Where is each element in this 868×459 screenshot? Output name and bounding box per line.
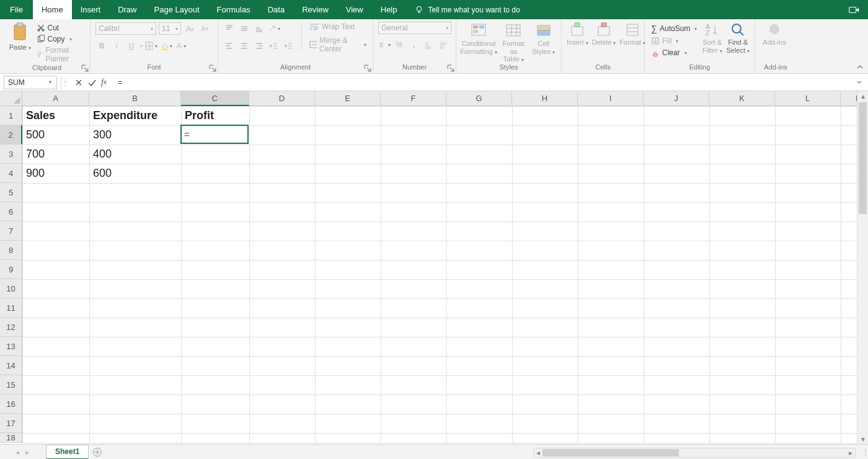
accounting-format-button[interactable]: $: [378, 38, 391, 51]
clipboard-dialog-launcher-icon[interactable]: [81, 65, 89, 72]
col-header-K[interactable]: K: [709, 91, 775, 106]
col-header-H[interactable]: H: [512, 91, 578, 106]
enter-formula-button[interactable]: [87, 79, 96, 86]
decrease-indent-button[interactable]: [268, 40, 280, 52]
orientation-button[interactable]: [268, 22, 280, 35]
select-all-button[interactable]: [0, 91, 22, 106]
align-center-button[interactable]: [238, 40, 250, 52]
cell-C1[interactable]: Profit: [181, 106, 249, 125]
tab-home[interactable]: Home: [33, 0, 72, 19]
find-select-button[interactable]: Find & Select: [726, 22, 750, 54]
clear-button[interactable]: Clear: [650, 48, 698, 58]
sort-filter-button[interactable]: AZ Sort & Filter: [702, 22, 722, 54]
row-header-13[interactable]: 13: [0, 337, 22, 356]
scroll-left-button[interactable]: ◂: [534, 448, 542, 457]
expand-formula-bar-button[interactable]: [856, 79, 868, 86]
tab-data[interactable]: Data: [259, 0, 293, 19]
cell-B3[interactable]: 400: [89, 145, 181, 164]
row-header-16[interactable]: 16: [0, 394, 22, 414]
cell-B4[interactable]: 600: [89, 164, 181, 183]
decrease-font-button[interactable]: A▾: [198, 22, 211, 35]
scroll-right-button[interactable]: ▸: [846, 448, 855, 457]
row-header-2[interactable]: 2: [0, 125, 22, 145]
align-middle-button[interactable]: [238, 22, 250, 35]
number-format-combo[interactable]: General▾: [378, 22, 451, 34]
formula-input[interactable]: [114, 76, 856, 89]
hscroll-thumb[interactable]: [542, 449, 679, 457]
cancel-formula-button[interactable]: [75, 79, 82, 86]
increase-decimal-button[interactable]: .0.00: [423, 38, 435, 51]
cut-button[interactable]: Cut: [35, 23, 85, 33]
copy-button[interactable]: Copy: [35, 34, 85, 44]
row-header-7[interactable]: 7: [0, 221, 22, 241]
vscroll-thumb[interactable]: [859, 102, 867, 214]
fill-color-button[interactable]: [160, 40, 172, 52]
tab-review[interactable]: Review: [293, 0, 337, 19]
insert-cells-button[interactable]: Insert: [567, 22, 588, 47]
addins-button[interactable]: Add-ins: [760, 22, 789, 47]
col-header-B[interactable]: B: [89, 91, 181, 106]
sheet-tab-active[interactable]: Sheet1: [46, 445, 89, 460]
cell-styles-button[interactable]: Cell Styles: [531, 22, 556, 55]
col-header-E[interactable]: E: [315, 91, 381, 106]
tab-insert[interactable]: Insert: [72, 0, 110, 19]
number-dialog-launcher-icon[interactable]: [447, 65, 454, 72]
row-header-15[interactable]: 15: [0, 375, 22, 394]
borders-button[interactable]: [145, 40, 157, 52]
col-header-C[interactable]: C: [181, 91, 249, 106]
row-header-14[interactable]: 14: [0, 356, 22, 375]
cell-A2[interactable]: 500: [22, 125, 89, 145]
row-header-5[interactable]: 5: [0, 183, 22, 202]
tell-me-search[interactable]: Tell me what you want to do: [415, 0, 520, 19]
merge-center-button[interactable]: Merge & Center: [308, 35, 368, 54]
col-header-G[interactable]: G: [446, 91, 512, 106]
cell-A4[interactable]: 900: [22, 164, 89, 183]
row-header-11[interactable]: 11: [0, 298, 22, 318]
autosum-button[interactable]: ∑AutoSum: [650, 23, 698, 34]
percent-button[interactable]: %: [393, 38, 405, 51]
row-header-8[interactable]: 8: [0, 241, 22, 260]
paste-button[interactable]: Paste: [9, 22, 32, 51]
insert-function-button[interactable]: fx: [101, 78, 107, 87]
row-header-9[interactable]: 9: [0, 260, 22, 279]
tab-help[interactable]: Help: [372, 0, 406, 19]
row-header-17[interactable]: 17: [0, 414, 22, 433]
row-header-3[interactable]: 3: [0, 145, 22, 164]
cell-B2[interactable]: 300: [89, 125, 181, 145]
name-box[interactable]: SUM▼: [4, 76, 57, 89]
row-header-1[interactable]: 1: [0, 106, 22, 125]
format-painter-button[interactable]: Format Painter: [35, 45, 85, 64]
increase-font-button[interactable]: A▴: [184, 22, 196, 35]
font-size-combo[interactable]: 11▾: [159, 22, 181, 35]
delete-cells-button[interactable]: Delete: [592, 22, 616, 47]
new-sheet-button[interactable]: [89, 447, 106, 457]
col-header-J[interactable]: J: [644, 91, 709, 106]
wrap-text-button[interactable]: Wrap Text: [308, 22, 368, 32]
align-right-button[interactable]: [253, 40, 265, 52]
sheet-nav-next-button[interactable]: ▸: [25, 448, 29, 457]
format-as-table-button[interactable]: Format as Table: [500, 22, 527, 63]
align-left-button[interactable]: [223, 40, 236, 52]
cell-A1[interactable]: Sales: [22, 106, 89, 125]
font-color-button[interactable]: A: [175, 40, 187, 52]
col-header-A[interactable]: A: [22, 91, 89, 106]
format-cells-button[interactable]: Format: [619, 22, 645, 47]
scroll-up-button[interactable]: ▴: [857, 91, 868, 101]
row-header-18[interactable]: 18: [0, 433, 22, 443]
fill-button[interactable]: Fill: [650, 36, 698, 46]
row-header-4[interactable]: 4: [0, 164, 22, 183]
scroll-down-button[interactable]: ▾: [857, 434, 868, 444]
tab-view[interactable]: View: [337, 0, 372, 19]
font-name-combo[interactable]: Calibri▾: [95, 22, 156, 35]
tab-file[interactable]: File: [0, 0, 33, 19]
comma-button[interactable]: ,: [408, 38, 420, 51]
tab-draw[interactable]: Draw: [109, 0, 145, 19]
vertical-scrollbar[interactable]: ▴ ▾: [857, 91, 868, 444]
share-button[interactable]: [844, 0, 863, 19]
col-header-D[interactable]: D: [249, 91, 315, 106]
active-cell-selection[interactable]: =: [180, 125, 249, 144]
row-header-10[interactable]: 10: [0, 279, 22, 298]
align-top-button[interactable]: [223, 22, 236, 35]
active-cell-editor[interactable]: =: [182, 126, 247, 143]
row-header-6[interactable]: 6: [0, 202, 22, 221]
